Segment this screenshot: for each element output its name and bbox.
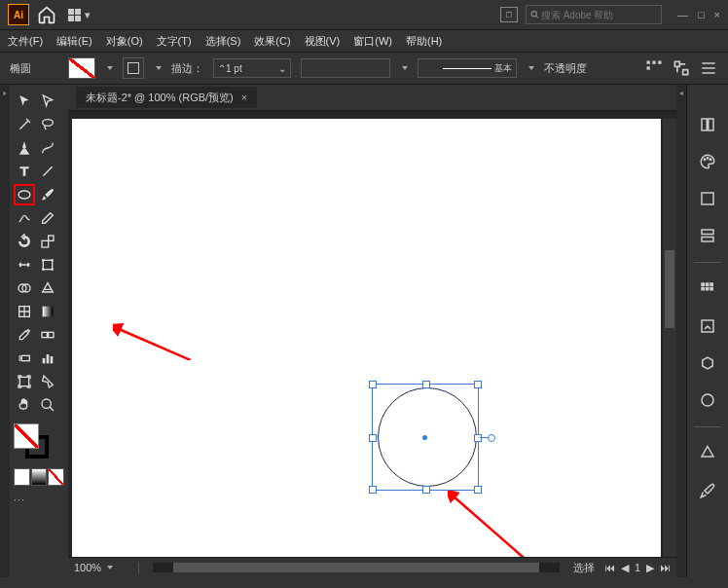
canvas[interactable] [68, 111, 676, 557]
handle-top-right[interactable] [474, 381, 482, 388]
fill-swatch[interactable] [68, 57, 95, 79]
style-dropdown[interactable] [528, 66, 534, 70]
type-tool[interactable] [14, 161, 35, 182]
transform-icon[interactable] [672, 58, 691, 78]
paintbrush-tool[interactable] [37, 184, 58, 205]
hand-tool[interactable] [14, 394, 35, 416]
zoom-tool[interactable] [37, 394, 58, 416]
lasso-tool[interactable] [37, 114, 58, 135]
svg-rect-38 [710, 282, 713, 286]
appearance-panel-icon[interactable] [697, 389, 718, 411]
fill-indicator[interactable] [14, 423, 39, 449]
menu-object[interactable]: 对象(O) [106, 34, 143, 49]
color-panel-icon[interactable] [697, 151, 718, 172]
artboard-tool[interactable] [14, 371, 35, 392]
menu-help[interactable]: 帮助(H) [406, 34, 442, 49]
mesh-tool[interactable] [14, 301, 35, 322]
tool-collapse[interactable]: ▸ [0, 85, 10, 577]
handle-bot-left[interactable] [369, 486, 377, 494]
transform-panel-icon[interactable] [697, 443, 718, 464]
app-logo: Ai [8, 4, 29, 25]
stroke-swatch[interactable] [123, 57, 144, 79]
menu-file[interactable]: 文件(F) [8, 34, 43, 49]
handle-bot-right[interactable] [474, 486, 482, 494]
rotate-handle[interactable] [488, 434, 495, 442]
close-button[interactable]: × [714, 9, 720, 20]
menu-type[interactable]: 文字(T) [157, 34, 192, 49]
shaper-tool[interactable] [14, 207, 35, 229]
perspective-tool[interactable] [37, 277, 58, 299]
rotate-tool[interactable] [14, 231, 35, 252]
width-tool[interactable] [14, 254, 35, 276]
magic-wand-tool[interactable] [14, 114, 35, 135]
svg-rect-24 [47, 354, 50, 363]
fill-dropdown[interactable] [107, 66, 113, 70]
stroke-dropdown[interactable] [156, 66, 162, 70]
handle-mid-left[interactable] [369, 434, 377, 442]
brushes-panel-icon[interactable] [697, 315, 718, 337]
menu-select[interactable]: 选择(S) [205, 34, 241, 49]
menu-view[interactable]: 视图(V) [305, 34, 341, 49]
free-transform-tool[interactable] [37, 254, 58, 276]
maximize-button[interactable]: □ [698, 9, 705, 20]
gradient-tool[interactable] [37, 301, 58, 322]
svg-rect-21 [49, 332, 54, 337]
right-dock [686, 85, 728, 577]
libraries-panel-icon[interactable] [697, 188, 718, 209]
align-icon[interactable] [644, 58, 664, 78]
direct-selection-tool[interactable] [37, 91, 58, 112]
menu-window[interactable]: 窗口(W) [353, 34, 392, 49]
handle-top-left[interactable] [369, 381, 377, 388]
ellipse-tool[interactable] [14, 184, 35, 205]
document-tab[interactable]: 未标题-2* @ 100% (RGB/预览) × [76, 87, 257, 108]
swatches-panel-icon[interactable] [697, 278, 718, 300]
artboard-nav[interactable]: ⏮◀1▶⏭ [604, 562, 671, 574]
pen-tool[interactable] [14, 137, 35, 159]
brush-definition[interactable] [301, 58, 390, 78]
symbols-panel-icon[interactable] [697, 352, 718, 374]
status-mode: 选择 [573, 561, 595, 575]
blend-tool[interactable] [37, 324, 58, 346]
color-mode-solid[interactable] [14, 468, 30, 486]
zoom-level[interactable]: 100% [74, 562, 139, 573]
search-input[interactable] [526, 5, 662, 24]
graph-tool[interactable] [37, 348, 58, 369]
svg-rect-23 [43, 358, 46, 363]
menu-edit[interactable]: 编辑(E) [56, 34, 92, 49]
eyedropper-tool[interactable] [14, 324, 35, 346]
color-mode-gradient[interactable] [31, 468, 48, 486]
graphic-style[interactable]: 基本 [418, 58, 517, 78]
vertical-scrollbar[interactable] [663, 119, 676, 557]
menu-icon[interactable] [699, 58, 718, 78]
menu-effect[interactable]: 效果(C) [254, 34, 290, 49]
curvature-tool[interactable] [37, 137, 58, 159]
handle-bot-mid[interactable] [422, 486, 430, 494]
line-tool[interactable] [37, 161, 58, 182]
tools-panel-icon[interactable] [697, 480, 718, 501]
svg-rect-6 [683, 70, 688, 75]
handle-top-mid[interactable] [422, 381, 430, 388]
selection-tool[interactable] [14, 91, 35, 112]
color-mode-none[interactable] [48, 468, 64, 486]
scale-tool[interactable] [37, 231, 58, 252]
arrange-documents-icon[interactable]: □ [500, 7, 518, 22]
more-tools-icon[interactable]: ··· [14, 494, 64, 505]
artboard [72, 119, 661, 557]
fill-stroke-indicator[interactable] [14, 423, 49, 459]
slice-tool[interactable] [37, 371, 58, 392]
tab-close-button[interactable]: × [241, 92, 247, 103]
stroke-weight-input[interactable]: ⌃1 pt⌄ [213, 58, 291, 78]
dock-collapse[interactable]: ◂ [676, 85, 686, 577]
opacity-label[interactable]: 不透明度 [544, 61, 587, 76]
workspace-switcher[interactable]: ▾ [68, 9, 91, 21]
eraser-tool[interactable] [37, 207, 58, 229]
horizontal-scrollbar[interactable] [153, 563, 560, 572]
symbol-sprayer-tool[interactable] [14, 348, 35, 369]
layers-panel-icon[interactable] [697, 225, 718, 246]
minimize-button[interactable]: — [677, 9, 688, 20]
brush-dropdown[interactable] [402, 66, 408, 70]
handle-mid-right[interactable] [474, 434, 482, 442]
shape-builder-tool[interactable] [14, 277, 35, 299]
properties-panel-icon[interactable] [697, 114, 718, 135]
home-icon[interactable] [37, 5, 56, 24]
